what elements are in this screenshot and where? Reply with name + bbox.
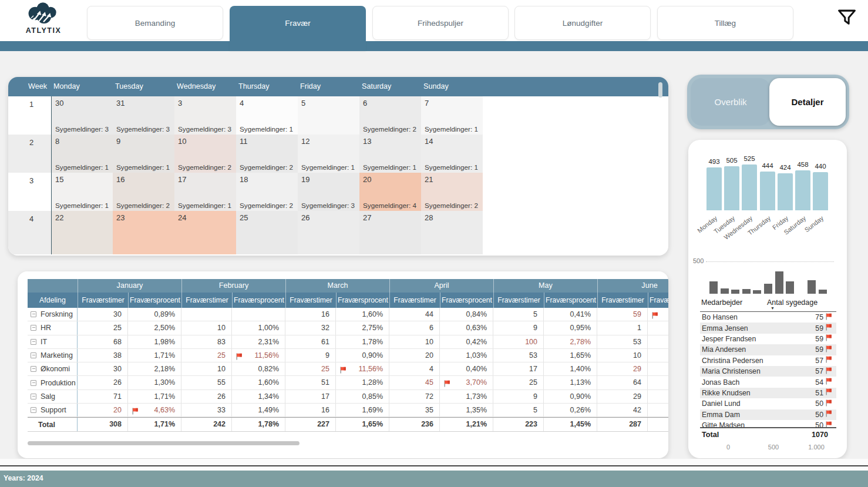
calendar-day-cell[interactable]: 15Sygemeldinger: 1 (51, 173, 113, 211)
calendar-day-cell[interactable]: 20Sygemeldinger: 4 (359, 173, 421, 211)
weekday-bar-sunday[interactable] (813, 172, 828, 210)
expand-icon[interactable] (31, 407, 36, 413)
procent-cell: 0,85% (336, 390, 389, 403)
employee-sickdays: 54 (807, 378, 823, 387)
mini-bar[interactable] (709, 281, 718, 294)
calendar-day-cell[interactable]: 16Sygemeldinger: 2 (113, 173, 174, 211)
table-row[interactable]: HR252,50%101,00%322,75%60,63%90,95%1 (28, 321, 668, 335)
table-scrollbar-thumb[interactable] (28, 441, 300, 445)
calendar-day-cell[interactable]: 10Sygemeldinger: 2 (174, 135, 236, 173)
table-row[interactable]: Økonomi302,18%100,82%2511,56%40,40%171,4… (28, 362, 668, 376)
table-row[interactable]: Support204,63%331,49%161,69%351,35%50,26… (28, 404, 668, 417)
table-row[interactable]: Produktion261,30%551,60%511,28%453,70%25… (28, 376, 668, 389)
expand-icon[interactable] (31, 311, 36, 317)
timer-cell: 223 (493, 418, 544, 431)
calendar-day-cell[interactable]: 24 (174, 211, 236, 254)
calendar-day-cell[interactable]: 5 (298, 96, 359, 135)
calendar-day-cell[interactable]: 27 (359, 211, 421, 254)
toggle-overblik-button[interactable]: Overblik (691, 78, 771, 126)
weekday-bar-saturday[interactable] (795, 170, 810, 210)
employee-row[interactable]: Mia Andersen59 (700, 344, 836, 355)
calendar-day-cell[interactable]: 26 (298, 211, 359, 254)
timer-cell: 10 (597, 349, 648, 362)
employee-row[interactable]: Rikke Knudsen51 (700, 388, 836, 398)
table-row[interactable]: Marketing381,71%2511,56%90,90%201,03%531… (28, 349, 668, 362)
timer-cell: 29 (597, 390, 648, 403)
calendar-header-row: WeekMondayTuesdayWednesdayThursdayFriday… (8, 77, 668, 96)
column-header-antal-sygedage[interactable]: Antal sygedage (767, 298, 817, 307)
calendar-scrollbar-thumb[interactable] (658, 82, 662, 98)
calendar-day-cell[interactable]: 11Sygemeldinger: 2 (236, 135, 298, 173)
timer-cell: 287 (597, 418, 648, 431)
calendar-day-cell[interactable]: 31Sygemeldinger: 3 (113, 96, 174, 135)
mini-bar[interactable] (753, 290, 761, 294)
expand-icon[interactable] (31, 339, 36, 345)
expand-icon[interactable] (31, 380, 36, 386)
column-header-medarbejder[interactable]: Medarbejder (701, 298, 742, 307)
mini-bar[interactable] (786, 281, 794, 294)
timer-cell: 45 (389, 376, 440, 389)
tab-tillæg[interactable]: Tillæg (657, 6, 793, 40)
employee-row[interactable]: Christina Pedersen57 (700, 355, 836, 366)
tab-frihedspuljer[interactable]: Frihedspuljer (372, 6, 509, 40)
expand-icon[interactable] (31, 325, 36, 331)
calendar-day-cell[interactable]: 23 (113, 211, 174, 254)
employee-row[interactable]: Gitte Madsen50 (700, 420, 836, 427)
calendar-day-cell[interactable]: 18Sygemeldinger: 2 (236, 173, 298, 211)
toggle-detaljer-button[interactable]: Detaljer (769, 78, 846, 126)
filter-icon[interactable] (834, 5, 860, 31)
mini-bar[interactable] (808, 280, 816, 294)
expand-icon[interactable] (31, 366, 36, 372)
employee-row[interactable]: Maria Christensen57 (700, 366, 836, 377)
day-date: 21 (425, 175, 433, 184)
calendar-day-cell[interactable]: 22 (51, 211, 113, 254)
calendar-day-cell[interactable]: 14Sygemeldinger: 1 (421, 135, 483, 173)
weekday-bar-tuesday[interactable] (724, 166, 739, 210)
expand-icon[interactable] (31, 394, 36, 399)
mini-bar[interactable] (819, 290, 827, 294)
mini-bar[interactable] (731, 290, 739, 294)
employee-row[interactable]: Jesper Frandsen59 (700, 334, 836, 344)
calendar-day-cell[interactable]: 8Sygemeldinger: 1 (51, 135, 113, 173)
procent-value: 1,34% (258, 392, 279, 401)
procent-value: 1,13% (570, 378, 591, 387)
calendar-day-cell[interactable]: 9Sygemeldinger: 1 (113, 135, 174, 173)
calendar-day-cell[interactable]: 13Sygemeldinger: 1 (359, 135, 421, 173)
employee-row[interactable]: Daniel Lund50 (700, 398, 836, 409)
mini-bar[interactable] (721, 288, 729, 294)
calendar-day-cell[interactable]: 25 (236, 211, 298, 254)
timer-cell: 68 (78, 335, 128, 348)
table-row[interactable]: Forskning300,89%161,60%440,84%50,41%59 (28, 308, 668, 321)
dept-name: Salg (41, 392, 55, 401)
employee-row[interactable]: Emma Dam50 (700, 409, 836, 420)
expand-icon[interactable] (31, 352, 36, 358)
weekday-bar-thursday[interactable] (760, 172, 775, 210)
mini-chart: 500 (688, 254, 847, 295)
employee-row[interactable]: Bo Hansen75 (700, 312, 836, 323)
tab-fravær[interactable]: Fravær (230, 6, 366, 51)
employee-row[interactable]: Jonas Bach54 (700, 377, 836, 387)
calendar-day-cell[interactable]: 3Sygemeldinger: 3 (174, 96, 236, 135)
tab-bemanding[interactable]: Bemanding (87, 6, 223, 40)
calendar-day-cell[interactable]: 6Sygemeldinger: 2 (359, 96, 421, 135)
table-row[interactable]: IT681,98%832,31%611,78%100,42%1002,78%53 (28, 335, 668, 349)
employee-row[interactable]: Emma Jensen59 (700, 323, 836, 333)
calendar-day-cell[interactable]: 30Sygemeldinger: 3 (51, 96, 113, 135)
weekday-bar-monday[interactable] (706, 167, 722, 210)
calendar-day-cell[interactable]: 28 (421, 211, 483, 254)
day-date: 4 (240, 99, 244, 108)
calendar-day-cell[interactable]: 21Sygemeldinger: 2 (421, 173, 483, 211)
mini-bar[interactable] (775, 271, 783, 294)
calendar-day-cell[interactable]: 12Sygemeldinger: 1 (298, 135, 359, 173)
calendar-day-cell[interactable]: 4Sygemeldinger: 1 (236, 96, 298, 135)
mini-bar[interactable] (742, 289, 751, 294)
calendar-day-cell[interactable]: 17Sygemeldinger: 1 (174, 173, 236, 211)
tab-lønudgifter[interactable]: Lønudgifter (514, 6, 651, 40)
weekday-bar-wednesday[interactable] (742, 164, 757, 210)
calendar-day-cell[interactable]: 19Sygemeldinger: 3 (298, 173, 359, 211)
table-row[interactable]: Salg711,71%261,34%170,85%721,73%90,90%29 (28, 390, 668, 404)
mini-bar[interactable] (764, 284, 772, 294)
procent-cell: 11,56% (336, 362, 389, 375)
calendar-day-cell[interactable]: 7Sygemeldinger: 1 (421, 96, 483, 135)
weekday-bar-friday[interactable] (778, 173, 793, 210)
